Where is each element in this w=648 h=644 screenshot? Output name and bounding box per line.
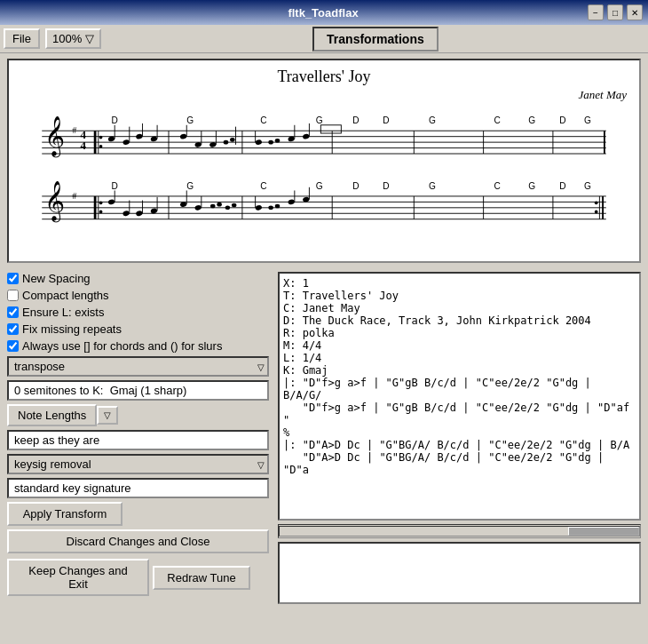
always-use-checkbox[interactable] [7,340,19,352]
title-bar: fltk_Toadflax − □ ✕ [0,0,648,25]
zoom-control[interactable]: 100% ▽ [45,28,101,49]
music-staff: 𝄞 # 4 4 D G C G D D G C G D G [12,102,636,258]
svg-point-109 [288,199,296,205]
svg-rect-56 [320,125,341,133]
svg-text:C: C [260,181,266,191]
keep-changes-button[interactable]: Keep Changes and Exit [7,559,149,596]
svg-point-67 [99,211,103,214]
svg-point-35 [136,133,144,139]
svg-text:G: G [186,181,194,191]
svg-text:D: D [352,181,359,191]
close-button[interactable]: ✕ [627,4,643,20]
new-spacing-row: New Spacing [7,272,269,285]
svg-text:#: # [72,125,76,135]
output-text-area[interactable] [278,542,641,604]
svg-text:C: C [494,115,501,125]
horizontal-scrollbar[interactable] [278,524,641,538]
svg-point-93 [136,211,144,217]
discard-button[interactable]: Discard Changes and Close [7,529,269,553]
transformations-button[interactable]: Transformations [312,27,439,52]
svg-point-105 [255,204,263,211]
menu-bar: File 100% ▽ Transformations [0,25,648,53]
left-panel: New Spacing Compact lengths Ensure L: ex… [7,272,269,604]
compact-lengths-row: Compact lengths [7,289,269,302]
svg-text:D: D [112,181,118,191]
keep-input[interactable] [7,430,269,450]
right-panel [278,272,641,604]
svg-point-50 [268,140,273,145]
svg-point-91 [122,211,130,217]
controls-area: New Spacing Compact lengths Ensure L: ex… [0,268,648,608]
svg-text:G: G [528,115,535,125]
transpose-select[interactable]: transpose [7,356,269,377]
svg-point-108 [275,204,281,209]
keysig-select[interactable]: keysig removal [7,454,269,474]
window-title: fltk_Toadflax [59,6,588,20]
keysig-row: keysig removal [7,454,269,474]
score-author: Janet May [578,88,627,102]
semitones-input[interactable] [7,380,269,401]
note-lengths-arrow-button[interactable]: ▽ [97,406,118,425]
keep-row [7,430,269,450]
std-keysig-input[interactable] [7,478,269,498]
svg-text:#: # [72,191,76,201]
apply-transform-button[interactable]: Apply Transform [7,502,122,526]
apply-row: Apply Transform [7,502,269,526]
svg-text:D: D [352,115,359,125]
scroll-thumb[interactable] [568,527,639,536]
std-keysig-row [7,478,269,498]
svg-point-104 [232,203,237,208]
svg-text:G: G [429,115,436,125]
minimize-button[interactable]: − [588,4,604,20]
compact-lengths-checkbox[interactable] [7,290,19,301]
ensure-l-checkbox[interactable] [7,306,19,318]
svg-text:D: D [559,115,565,125]
svg-point-39 [179,133,187,139]
compact-lengths-label: Compact lengths [22,289,109,302]
bottom-buttons-row: Keep Changes and Exit Redraw Tune [7,559,269,596]
svg-point-103 [225,206,231,211]
transpose-row: transpose [7,356,269,377]
redraw-button[interactable]: Redraw Tune [153,566,250,590]
window-controls: − □ ✕ [588,4,643,20]
new-spacing-checkbox[interactable] [7,273,19,284]
note-lengths-button[interactable]: Note Lengths [7,404,97,426]
svg-text:G: G [584,115,591,125]
svg-text:C: C [260,115,266,125]
ensure-l-row: Ensure L: exists [7,306,269,319]
svg-text:G: G [316,181,323,191]
svg-text:4: 4 [81,129,87,141]
svg-point-101 [210,204,216,209]
svg-text:G: G [186,115,194,125]
ensure-l-label: Ensure L: exists [22,306,105,319]
svg-point-99 [194,204,202,211]
svg-point-54 [302,133,310,139]
svg-text:D: D [383,115,389,125]
fix-repeats-row: Fix missing repeats [7,322,269,336]
svg-point-11 [99,136,103,139]
file-menu[interactable]: File [4,28,40,49]
score-area: Travellers' Joy Janet May 𝄞 # 4 4 D G C … [7,59,641,263]
svg-point-48 [255,139,263,146]
keysig-wrap: keysig removal [7,454,269,474]
new-spacing-label: New Spacing [22,272,91,285]
fix-repeats-checkbox[interactable] [7,323,19,335]
fix-repeats-label: Fix missing repeats [22,322,122,336]
transpose-wrap: transpose [7,356,269,377]
svg-text:C: C [494,181,501,191]
svg-text:D: D [383,181,389,191]
svg-text:G: G [584,181,591,191]
always-use-label: Always use [] for chords and () for slur… [22,339,222,353]
maximize-button[interactable]: □ [607,4,623,20]
abc-text-area[interactable] [278,272,641,521]
svg-text:D: D [112,115,118,125]
svg-point-12 [99,145,103,148]
discard-row: Discard Changes and Close [7,529,269,553]
svg-text:G: G [528,181,535,191]
svg-point-87 [595,201,598,204]
svg-point-107 [268,206,273,211]
svg-point-45 [224,140,229,145]
scroll-track[interactable] [279,526,640,537]
svg-text:G: G [316,115,323,125]
svg-point-46 [230,138,235,142]
